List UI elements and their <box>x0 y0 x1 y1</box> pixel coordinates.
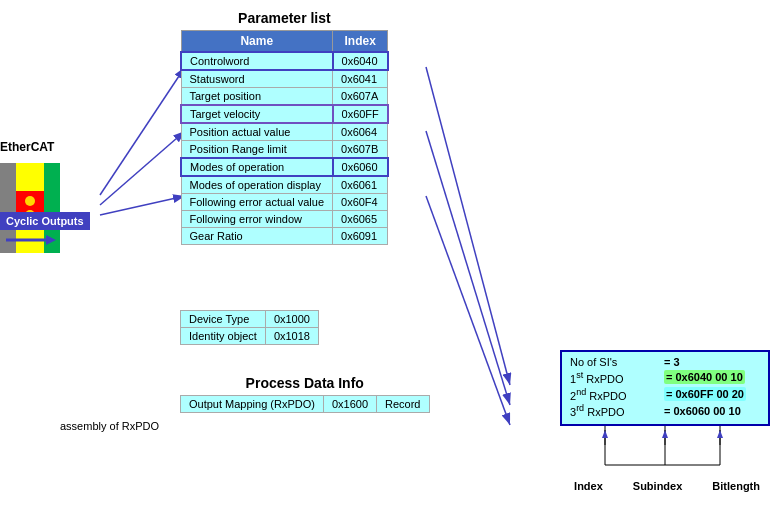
secondary-name-cell: Device Type <box>181 311 266 328</box>
col-header-name: Name <box>181 31 333 53</box>
index-label: Index <box>574 480 603 492</box>
table-row: Position Range limit0x607B <box>181 141 388 159</box>
cyclic-arrow <box>6 230 56 253</box>
param-index-cell: 0x6041 <box>333 70 388 88</box>
param-index-cell: 0x6040 <box>333 52 388 70</box>
secondary-index-cell: 0x1018 <box>265 328 318 345</box>
param-index-cell: 0x60F4 <box>333 194 388 211</box>
parameter-list-title: Parameter list <box>180 10 389 26</box>
rxpdo-row1-label: 1st RxPDO <box>570 370 660 385</box>
table-row: Following error actual value0x60F4 <box>181 194 388 211</box>
ethercat-label: EtherCAT <box>0 140 90 154</box>
secondary-name-cell: Identity object <box>181 328 266 345</box>
rxpdo-row3: 3rd RxPDO = 0x6060 00 10 <box>570 403 760 418</box>
param-name-cell: Statusword <box>181 70 333 88</box>
table-row: Modes of operation display0x6061 <box>181 176 388 194</box>
table-row: Device Type0x1000 <box>181 311 319 328</box>
rxpdo-info-box: No of SI's = 3 1st RxPDO = 0x6040 00 10 … <box>560 350 770 426</box>
parameter-table: Name Index Controlword0x6040Statusword0x… <box>180 30 389 245</box>
param-index-cell: 0x6091 <box>333 228 388 245</box>
process-row: Output Mapping (RxPDO)0x1600Record <box>181 396 430 413</box>
rxpdo-row3-label: 3rd RxPDO <box>570 403 660 418</box>
rxpdo-row1-val: = 0x6040 00 10 <box>664 370 745 384</box>
process-name-cell: Output Mapping (RxPDO) <box>181 396 324 413</box>
param-index-cell: 0x6061 <box>333 176 388 194</box>
param-name-cell: Gear Ratio <box>181 228 333 245</box>
param-name-cell: Position Range limit <box>181 141 333 159</box>
svg-marker-16 <box>46 235 56 245</box>
param-name-cell: Modes of operation <box>181 158 333 176</box>
param-name-cell: Following error actual value <box>181 194 333 211</box>
secondary-index-cell: 0x1000 <box>265 311 318 328</box>
process-type-cell: Record <box>377 396 429 413</box>
rxpdo-row2-label: 2nd RxPDO <box>570 387 660 402</box>
param-name-cell: Position actual value <box>181 123 333 141</box>
device-top-section <box>16 163 44 191</box>
param-index-cell: 0x6064 <box>333 123 388 141</box>
param-name-cell: Controlword <box>181 52 333 70</box>
col-header-index: Index <box>333 31 388 53</box>
assembly-label: assembly of RxPDO <box>60 420 159 432</box>
subindex-label: Subindex <box>633 480 683 492</box>
param-name-cell: Following error window <box>181 211 333 228</box>
process-table: Output Mapping (RxPDO)0x1600Record <box>180 395 430 413</box>
bottom-labels: Index Subindex Bitlength <box>574 480 760 492</box>
table-row: Identity object0x1018 <box>181 328 319 345</box>
svg-line-4 <box>100 196 185 215</box>
param-name-cell: Modes of operation display <box>181 176 333 194</box>
rxpdo-row2-val: = 0x60FF 00 20 <box>664 387 746 401</box>
table-row: Target velocity0x60FF <box>181 105 388 123</box>
rxpdo-no-si-label: No of SI's <box>570 356 660 368</box>
svg-line-2 <box>100 67 185 195</box>
param-index-cell: 0x6065 <box>333 211 388 228</box>
rxpdo-no-si-row: No of SI's = 3 <box>570 356 760 368</box>
param-name-cell: Target velocity <box>181 105 333 123</box>
secondary-table: Device Type0x1000Identity object0x1018 <box>180 310 319 345</box>
svg-line-6 <box>426 131 510 405</box>
param-index-cell: 0x607A <box>333 88 388 106</box>
rxpdo-no-si-val: = 3 <box>664 356 680 368</box>
parameter-list: Parameter list Name Index Controlword0x6… <box>180 10 389 245</box>
table-row: Following error window0x6065 <box>181 211 388 228</box>
rxpdo-row1: 1st RxPDO = 0x6040 00 10 <box>570 370 760 385</box>
table-row: Target position0x607A <box>181 88 388 106</box>
process-index-cell: 0x1600 <box>323 396 376 413</box>
param-index-cell: 0x6060 <box>333 158 388 176</box>
svg-line-3 <box>100 131 185 205</box>
rxpdo-row2: 2nd RxPDO = 0x60FF 00 20 <box>570 387 760 402</box>
process-data-title: Process Data Info <box>180 375 430 391</box>
param-name-cell: Target position <box>181 88 333 106</box>
cyclic-outputs-label: Cyclic Outputs <box>0 212 90 230</box>
svg-line-5 <box>426 67 510 385</box>
table-row: Controlword0x6040 <box>181 52 388 70</box>
table-row: Position actual value0x6064 <box>181 123 388 141</box>
table-row: Modes of operation0x6060 <box>181 158 388 176</box>
param-index-cell: 0x607B <box>333 141 388 159</box>
table-row: Gear Ratio0x6091 <box>181 228 388 245</box>
bitlength-label: Bitlength <box>712 480 760 492</box>
param-index-cell: 0x60FF <box>333 105 388 123</box>
process-data-section: Process Data Info Output Mapping (RxPDO)… <box>180 375 430 413</box>
svg-line-7 <box>426 196 510 425</box>
table-row: Statusword0x6041 <box>181 70 388 88</box>
rxpdo-row3-val: = 0x6060 00 10 <box>664 405 741 417</box>
